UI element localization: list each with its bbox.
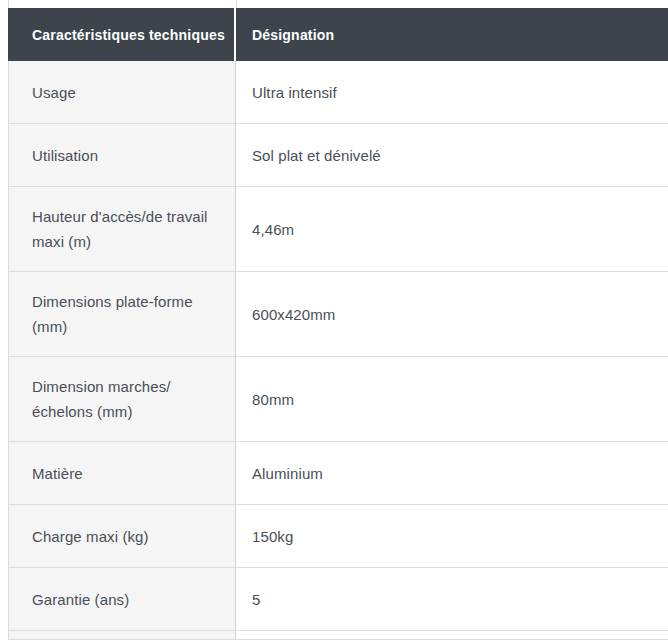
row-value: 80mm bbox=[252, 387, 294, 412]
partial-label-cell bbox=[8, 631, 236, 639]
row-label-cell: Dimension marches/échelons (mm) bbox=[8, 357, 236, 441]
row-value-cell: 600x420mm bbox=[236, 272, 668, 356]
row-label: Dimensions plate-forme (mm) bbox=[32, 289, 217, 339]
row-label: Utilisation bbox=[32, 143, 98, 168]
table-top-edge bbox=[0, 0, 668, 8]
table-header-row: Caractéristiques techniques Désignation bbox=[8, 8, 668, 61]
table-row: Dimensions plate-forme (mm) 600x420mm bbox=[8, 272, 668, 357]
row-label: Usage bbox=[32, 80, 76, 105]
row-value: Sol plat et dénivelé bbox=[252, 143, 381, 168]
table-body: Usage Ultra intensif Utilisation Sol pla… bbox=[8, 61, 668, 631]
row-value-cell: Aluminium bbox=[236, 442, 668, 504]
table-row: Dimension marches/échelons (mm) 80mm bbox=[8, 357, 668, 442]
row-value: Aluminium bbox=[252, 461, 323, 486]
table-row: Utilisation Sol plat et dénivelé bbox=[8, 124, 668, 187]
row-label: Matière bbox=[32, 461, 83, 486]
specifications-table: Caractéristiques techniques Désignation … bbox=[8, 8, 668, 640]
row-value: 4,46m bbox=[252, 217, 294, 242]
row-label-cell: Matière bbox=[8, 442, 236, 504]
row-label-cell: Garantie (ans) bbox=[8, 568, 236, 630]
header-cell-designation: Désignation bbox=[236, 8, 668, 61]
table-row: Hauteur d'accès/de travail maxi (m) 4,46… bbox=[8, 187, 668, 272]
row-value-cell: 150kg bbox=[236, 505, 668, 567]
row-value: 600x420mm bbox=[252, 302, 335, 327]
table-left-border-tick bbox=[8, 0, 9, 8]
row-label: Garantie (ans) bbox=[32, 587, 129, 612]
row-value-cell: Sol plat et dénivelé bbox=[236, 124, 668, 186]
row-label-cell: Utilisation bbox=[8, 124, 236, 186]
table-row: Charge maxi (kg) 150kg bbox=[8, 505, 668, 568]
row-label: Hauteur d'accès/de travail maxi (m) bbox=[32, 204, 217, 254]
row-value-cell: 4,46m bbox=[236, 187, 668, 271]
row-value: 150kg bbox=[252, 524, 293, 549]
row-label-cell: Dimensions plate-forme (mm) bbox=[8, 272, 236, 356]
column-divider-top-tick bbox=[236, 0, 237, 8]
row-value-cell: 80mm bbox=[236, 357, 668, 441]
row-label-cell: Usage bbox=[8, 61, 236, 123]
row-label-cell: Hauteur d'accès/de travail maxi (m) bbox=[8, 187, 236, 271]
table-row: Matière Aluminium bbox=[8, 442, 668, 505]
row-value-cell: 5 bbox=[236, 568, 668, 630]
row-label: Charge maxi (kg) bbox=[32, 524, 149, 549]
page: Caractéristiques techniques Désignation … bbox=[0, 0, 668, 640]
row-label-cell: Charge maxi (kg) bbox=[8, 505, 236, 567]
table-row: Garantie (ans) 5 bbox=[8, 568, 668, 631]
table-row: Usage Ultra intensif bbox=[8, 61, 668, 124]
partial-value-cell bbox=[236, 631, 668, 639]
row-label: Dimension marches/échelons (mm) bbox=[32, 374, 217, 424]
row-value: Ultra intensif bbox=[252, 80, 337, 105]
row-value: 5 bbox=[252, 587, 260, 612]
row-value-cell: Ultra intensif bbox=[236, 61, 668, 123]
header-cell-caracteristiques-techniques: Caractéristiques techniques bbox=[8, 8, 236, 61]
table-row-partial-cutoff bbox=[8, 631, 668, 640]
